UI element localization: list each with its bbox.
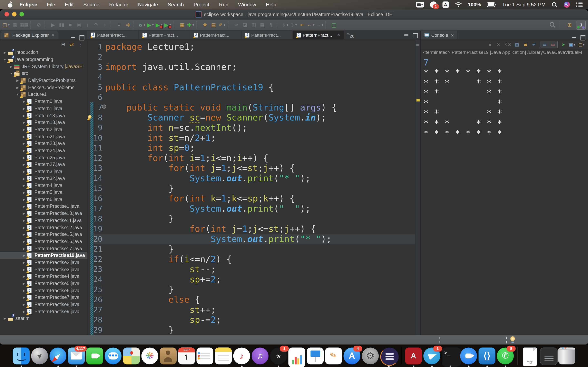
close-icon[interactable]: ✕ — [52, 33, 54, 37]
chevron-right-icon[interactable]: ▶ — [9, 65, 13, 68]
clipboard-icon[interactable]: ▤ — [209, 21, 218, 29]
toggle-icon[interactable]: ▥ — [250, 21, 258, 29]
tree-item-pattern5-java[interactable]: ▶JPattern5.java — [0, 189, 87, 196]
pause-icon[interactable]: ▮▮ — [58, 21, 66, 29]
dock-photos-icon[interactable]: ❋ — [141, 347, 158, 364]
dock-whatsapp-icon[interactable]: ✆8 — [497, 347, 514, 364]
dock-launchpad-icon[interactable]: ➤ — [31, 347, 48, 364]
code-line-27[interactable]: 27 st++; — [87, 304, 415, 315]
minimize-window-button[interactable] — [12, 12, 17, 17]
minimize-view-icon[interactable] — [404, 33, 409, 37]
dock-acrobat-icon[interactable]: A — [405, 347, 422, 364]
disconnect-icon[interactable]: ⋈ — [75, 21, 83, 29]
chevron-right-icon[interactable]: ▶ — [22, 233, 26, 236]
warning-marker[interactable] — [416, 99, 420, 101]
chevron-right-icon[interactable]: ▶ — [22, 156, 26, 159]
siri-icon[interactable] — [564, 1, 570, 8]
dock-music-icon[interactable]: ♪ — [233, 347, 250, 364]
step-over-icon[interactable]: ↷ — [92, 21, 100, 29]
tree-item-pattern21-java[interactable]: ▶JPattern21.java — [0, 133, 87, 140]
dock-pages-icon[interactable]: ✎ — [325, 347, 342, 364]
control-center-list-icon[interactable] — [576, 2, 583, 7]
code-line-24[interactable]: 24 sp+=2; — [87, 274, 415, 284]
apple-menu-icon[interactable] — [8, 2, 13, 7]
remove-all-launches-icon[interactable]: ✕✕ — [504, 42, 511, 48]
chevron-right-icon[interactable]: ▶ — [22, 282, 26, 285]
last-edit-location-icon[interactable]: ⇤ — [298, 21, 306, 29]
chevron-right-icon[interactable]: ▶ — [22, 149, 26, 152]
chevron-down-icon[interactable]: ▼ — [9, 72, 13, 75]
tree-item-patternpractise12-java[interactable]: ▶JPatternPractise12.java — [0, 224, 87, 231]
tree-item-pattern0-java[interactable]: ▶JPattern0.java — [0, 98, 87, 105]
tree-item-jre-system-library-[interactable]: ▶JRE System Library [JavaSE- — [0, 63, 87, 70]
menu-refactor[interactable]: Refactor — [109, 2, 129, 8]
java-perspective-button[interactable]: J — [576, 20, 586, 29]
dock-appletv-icon[interactable]: tv1 — [270, 347, 287, 364]
sort-icon[interactable]: ≡ — [115, 21, 123, 29]
code-editor[interactable]: 1package Lecture1;23import java.util.Sca… — [87, 40, 420, 335]
tip-lightbulb-icon[interactable] — [510, 336, 515, 343]
close-icon[interactable]: ✕ — [451, 33, 454, 37]
clear-console-icon[interactable]: ▤ — [514, 42, 520, 48]
code-line-8[interactable]: 8 Scanner sc=new Scanner(System.in); — [87, 112, 415, 123]
tree-item-lecture1[interactable]: ▼Lecture1 — [0, 91, 87, 98]
dock-trash-icon[interactable] — [558, 347, 575, 364]
dock-reminders-icon[interactable] — [196, 347, 213, 364]
terminate-icon[interactable]: ■ — [487, 42, 493, 48]
tree-item-patternpractise1-java[interactable]: ▶JPatternPractise1.java — [0, 203, 87, 210]
chevron-right-icon[interactable]: ▶ — [22, 247, 26, 250]
new-class-icon[interactable]: ✚▼ — [187, 21, 195, 29]
code-line-17[interactable]: 17 System.out.print(" "); — [87, 203, 415, 213]
menu-source[interactable]: Source — [83, 2, 99, 8]
code-line-12[interactable]: 12 for(int i=1;i<=n;i++) { — [87, 153, 415, 163]
tree-item-pattern18-java[interactable]: ▶JPattern18.java — [0, 119, 87, 126]
open-perspective-icon[interactable]: ⊞ — [566, 21, 574, 29]
stop-icon[interactable]: ■ — [66, 21, 74, 29]
tree-item-patternpractise16-java[interactable]: ▶JPatternPractise16.java — [0, 238, 87, 245]
menu-window[interactable]: Window — [238, 2, 256, 8]
step-return-icon[interactable]: ↑ — [101, 21, 109, 29]
tree-item-pattern4-java[interactable]: ▶JPattern4.java — [0, 182, 87, 189]
tree-item-patternpractise5-java[interactable]: ▶JPatternPractise5.java — [0, 280, 87, 287]
dock-eclipse-icon[interactable] — [380, 347, 397, 364]
menu-clock[interactable]: Tue 1 Sep 9:52 PM — [502, 2, 546, 8]
dock-telegram-icon[interactable]: 1 — [424, 347, 440, 364]
outline-icon[interactable]: ▦ — [258, 21, 267, 29]
tree-item-patternpractise3-java[interactable]: ▶JPatternPractise3.java — [0, 266, 87, 273]
code-line-15[interactable]: 15 } — [87, 183, 415, 193]
code-line-19[interactable]: 19 for(int j=1;j<=st;j++) { — [87, 224, 415, 234]
chevron-right-icon[interactable]: ▶ — [3, 317, 7, 320]
code-line-7[interactable]: 7 public static void main(String[] args)… — [87, 102, 415, 112]
chevron-right-icon[interactable]: ▶ — [16, 86, 19, 89]
spotlight-search-icon[interactable] — [552, 2, 558, 8]
editor-tab-3[interactable]: J PatternPract... — [190, 31, 242, 39]
code-line-22[interactable]: 22 if(i<=n/2) { — [87, 254, 415, 264]
tree-item-dailypracticeproblems[interactable]: ▶DailyPracticeProblems — [0, 77, 87, 84]
code-line-25[interactable]: 25 } — [87, 284, 415, 294]
code-line-5[interactable]: 5public class PatternPractise19 { — [87, 82, 415, 92]
new-wizard-icon[interactable]: ▢▼ — [2, 21, 10, 29]
chevron-right-icon[interactable]: ▶ — [22, 121, 26, 124]
tree-item-pattern3-java[interactable]: ▶JPattern3.java — [0, 168, 87, 175]
trace-icon[interactable]: ⇉ — [123, 21, 132, 29]
prev-annotation-icon[interactable]: ⇧▼ — [290, 21, 298, 29]
back-icon[interactable]: ←▼ — [307, 21, 315, 29]
link-with-editor-icon[interactable]: ⇄ — [70, 42, 74, 47]
maximize-view-icon[interactable] — [79, 35, 84, 39]
tree-item-patternpractise11-java[interactable]: ▶JPatternPractise11.java — [0, 217, 87, 224]
open-type-icon[interactable]: ❖ — [201, 21, 209, 29]
tree-item-pattern24-java[interactable]: ▶JPattern24.java — [0, 147, 87, 154]
dock-mail-icon[interactable]: 4,117 — [68, 347, 85, 364]
chevron-right-icon[interactable]: ▶ — [22, 289, 26, 292]
dock-safari-icon[interactable] — [49, 347, 66, 364]
code-line-23[interactable]: 23 st--; — [87, 264, 415, 274]
editor-tab-5[interactable]: J PatternPract... ✕ — [293, 31, 344, 39]
save-all-icon[interactable]: ▦▦ — [20, 21, 29, 29]
chevron-right-icon[interactable]: ▶ — [22, 310, 26, 313]
editor-tab-2[interactable]: J PatternPract... — [139, 31, 190, 39]
code-line-20[interactable]: 20 System.out.print("* "); — [87, 234, 415, 244]
code-line-1[interactable]: 1package Lecture1; — [87, 42, 415, 52]
chevron-right-icon[interactable]: ▶ — [22, 107, 26, 110]
tree-item-pattern6-java[interactable]: ▶JPattern6.java — [0, 196, 87, 203]
tree-item-patternpractise15-java[interactable]: ▶JPatternPractise15.java — [0, 231, 87, 238]
